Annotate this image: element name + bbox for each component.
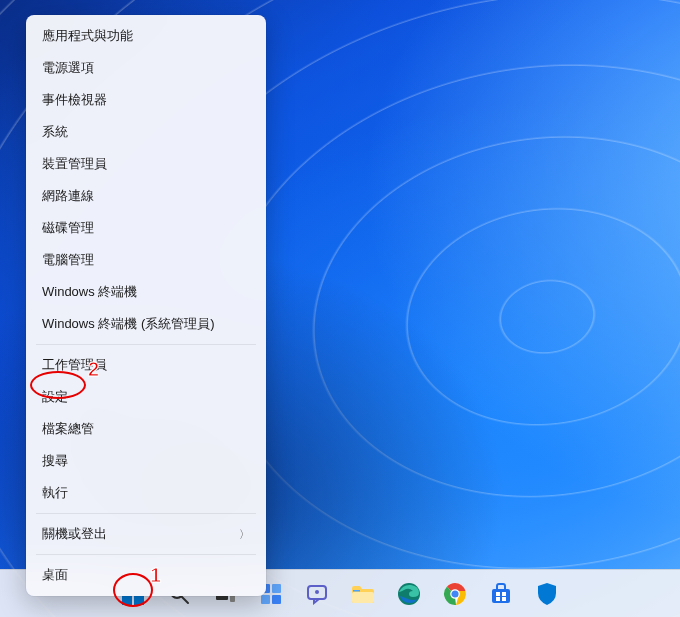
security-button[interactable] [527,574,567,614]
chat-icon [306,583,328,605]
menu-separator [36,513,256,514]
menu-item-run[interactable]: 執行 [26,477,266,509]
menu-item-desktop[interactable]: 桌面 [26,559,266,591]
menu-item-computer-management[interactable]: 電腦管理 [26,244,266,276]
menu-item-label: 搜尋 [42,452,68,470]
svg-rect-23 [502,592,506,596]
menu-item-windows-terminal-admin[interactable]: Windows 終端機 (系統管理員) [26,308,266,340]
menu-item-event-viewer[interactable]: 事件檢視器 [26,84,266,116]
svg-rect-21 [492,589,510,603]
power-user-menu: 應用程式與功能 電源選項 事件檢視器 系統 裝置管理員 網路連線 磁碟管理 電腦… [26,15,266,596]
menu-item-system[interactable]: 系統 [26,116,266,148]
menu-item-device-manager[interactable]: 裝置管理員 [26,148,266,180]
store-icon [489,582,513,606]
svg-rect-22 [496,592,500,596]
shield-icon [536,582,558,606]
menu-item-label: Windows 終端機 (系統管理員) [42,315,215,333]
svg-rect-3 [134,595,144,605]
file-explorer-button[interactable] [343,574,383,614]
store-button[interactable] [481,574,521,614]
menu-item-label: 系統 [42,123,68,141]
svg-rect-24 [496,597,500,601]
edge-icon [397,582,421,606]
menu-item-file-explorer[interactable]: 檔案總管 [26,413,266,445]
svg-point-14 [315,590,319,594]
menu-item-label: 電源選項 [42,59,94,77]
folder-icon [351,583,375,605]
menu-item-label: 電腦管理 [42,251,94,269]
svg-line-5 [182,597,188,603]
menu-separator [36,554,256,555]
menu-item-settings[interactable]: 設定 [26,381,266,413]
menu-item-label: 設定 [42,388,68,406]
menu-item-network-connections[interactable]: 網路連線 [26,180,266,212]
menu-item-label: 檔案總管 [42,420,94,438]
menu-item-label: Windows 終端機 [42,283,137,301]
svg-rect-2 [122,595,132,605]
menu-item-label: 執行 [42,484,68,502]
menu-item-windows-terminal[interactable]: Windows 終端機 [26,276,266,308]
menu-item-search[interactable]: 搜尋 [26,445,266,477]
chat-button[interactable] [297,574,337,614]
svg-rect-25 [502,597,506,601]
menu-item-label: 桌面 [42,566,68,584]
menu-item-label: 事件檢視器 [42,91,107,109]
svg-rect-10 [272,584,281,593]
menu-item-disk-management[interactable]: 磁碟管理 [26,212,266,244]
svg-rect-15 [352,592,374,603]
menu-item-shutdown-signout[interactable]: 關機或登出 〉 [26,518,266,550]
svg-rect-16 [353,590,360,592]
menu-item-label: 應用程式與功能 [42,27,133,45]
chevron-right-icon: 〉 [239,527,250,542]
menu-item-label: 工作管理員 [42,356,107,374]
menu-item-task-manager[interactable]: 工作管理員 [26,349,266,381]
svg-rect-11 [261,595,270,604]
menu-item-label: 裝置管理員 [42,155,107,173]
menu-item-apps-features[interactable]: 應用程式與功能 [26,20,266,52]
menu-item-power-options[interactable]: 電源選項 [26,52,266,84]
chrome-icon [443,582,467,606]
menu-separator [36,344,256,345]
edge-button[interactable] [389,574,429,614]
chrome-button[interactable] [435,574,475,614]
menu-item-label: 關機或登出 [42,525,107,543]
menu-item-label: 磁碟管理 [42,219,94,237]
menu-item-label: 網路連線 [42,187,94,205]
svg-rect-12 [272,595,281,604]
